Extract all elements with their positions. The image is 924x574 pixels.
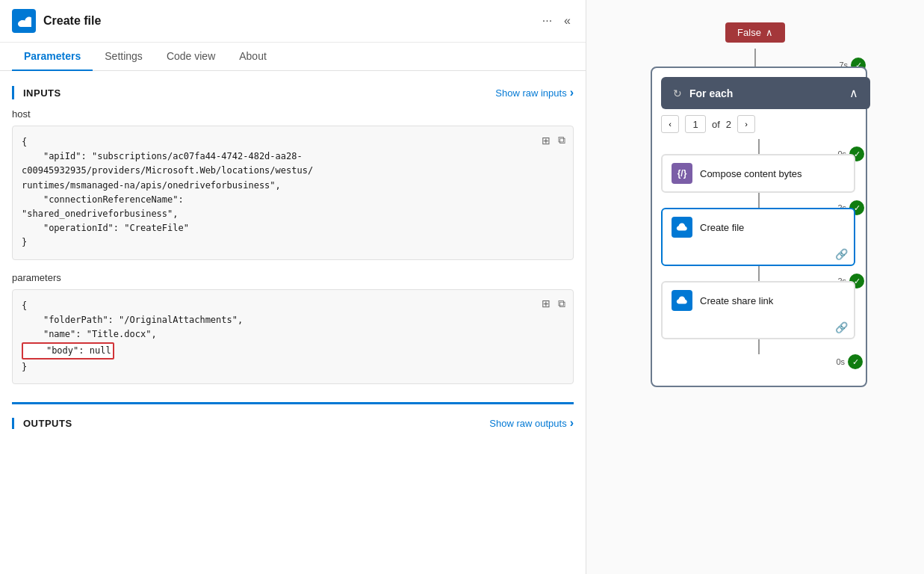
inner-connector-2 xyxy=(758,193,760,208)
parameters-code-block: ⊞ ⧉ { "folderPath": "/OriginalAttachment… xyxy=(12,289,574,385)
tab-settings[interactable]: Settings xyxy=(93,43,155,71)
create-file-node[interactable]: Create file 🔗 xyxy=(661,208,855,266)
show-raw-inputs-button[interactable]: Show raw inputs › xyxy=(495,86,574,99)
inputs-section-header: INPUTS Show raw inputs › xyxy=(12,86,574,99)
chevron-up-icon: ∧ xyxy=(766,27,773,38)
connector-1 xyxy=(754,49,756,67)
compose-wrapper: 0s ✓ {/} Compose content bytes xyxy=(661,154,857,193)
share-link-footer: 🔗 xyxy=(663,318,854,338)
panel-header: Create file ··· « xyxy=(0,0,586,43)
share-link-icon: 🔗 xyxy=(835,321,848,333)
foreach-pagination: ‹ 1 of 2 › xyxy=(661,115,857,133)
parameters-code-content: { "folderPath": "/OriginalAttachments", … xyxy=(22,299,564,375)
false-button-wrapper: False ∧ xyxy=(725,22,785,43)
bottom-check-icon: ✓ xyxy=(848,354,863,369)
expand-table-params-button[interactable]: ⊞ xyxy=(540,296,552,312)
prev-page-button[interactable]: ‹ xyxy=(661,115,679,133)
host-field-label: host xyxy=(12,108,574,120)
chevron-right-outputs-icon: › xyxy=(570,416,574,430)
outputs-section: OUTPUTS Show raw outputs › xyxy=(12,402,574,430)
onedrive-icon xyxy=(16,13,31,28)
create-file-node-header: Create file xyxy=(663,209,854,245)
false-button[interactable]: False ∧ xyxy=(725,22,785,43)
host-code-block: ⊞ ⧉ { "apiId": "subscriptions/ac07fa44-4… xyxy=(12,126,574,260)
tab-code-view[interactable]: Code view xyxy=(155,43,227,71)
inner-connector-1 xyxy=(758,139,760,154)
parameters-field-label: parameters xyxy=(12,272,574,283)
tab-bar: Parameters Settings Code view About xyxy=(0,43,586,71)
collapse-button[interactable]: « xyxy=(561,11,574,31)
foreach-title: For each xyxy=(689,87,733,99)
share-link-node-label: Create share link xyxy=(700,295,773,306)
total-pages: 2 xyxy=(726,119,731,130)
tab-about[interactable]: About xyxy=(227,43,279,71)
inputs-title: INPUTS xyxy=(23,87,61,99)
host-code-actions: ⊞ ⧉ xyxy=(540,132,567,148)
foreach-container: ↻ For each ∧ ‹ 1 of 2 › 0s xyxy=(651,67,867,387)
panel-title: Create file xyxy=(43,14,101,28)
cloud-icon xyxy=(675,220,689,234)
left-panel: Create file ··· « Parameters Settings Co… xyxy=(0,0,586,574)
refresh-icon: ↻ xyxy=(673,87,682,99)
compose-node-icon: {/} xyxy=(672,163,692,184)
tab-parameters[interactable]: Parameters xyxy=(12,43,93,71)
next-page-button[interactable]: › xyxy=(737,115,755,133)
foreach-wrapper: 7s ✓ ↻ For each ∧ ‹ 1 of xyxy=(651,67,860,387)
share-link-node[interactable]: Create share link 🔗 xyxy=(661,281,855,339)
outputs-title: OUTPUTS xyxy=(12,418,72,429)
bottom-time: 0s xyxy=(836,357,845,366)
inputs-section: INPUTS Show raw inputs › host ⊞ ⧉ { "api… xyxy=(12,86,574,384)
workflow-container: False ∧ 7s ✓ ↻ For each ∧ xyxy=(636,15,875,387)
highlighted-body-line: "body": null xyxy=(22,342,114,359)
compose-node-header: {/} Compose content bytes xyxy=(663,155,854,191)
expand-table-button[interactable]: ⊞ xyxy=(540,132,552,148)
svg-point-0 xyxy=(19,20,29,26)
header-actions: ··· « xyxy=(539,11,574,31)
panel-content: INPUTS Show raw inputs › host ⊞ ⧉ { "api… xyxy=(0,71,586,574)
share-link-wrapper: 2s ✓ Create share link xyxy=(661,281,857,339)
link-icon: 🔗 xyxy=(835,248,848,260)
inner-connector-4 xyxy=(758,339,760,354)
more-options-button[interactable]: ··· xyxy=(539,11,555,31)
app-icon xyxy=(12,9,36,33)
create-file-node-icon xyxy=(672,217,692,238)
foreach-node[interactable]: ↻ For each ∧ xyxy=(661,77,870,109)
share-link-node-header: Create share link xyxy=(663,283,854,318)
foreach-collapse-button[interactable]: ∧ xyxy=(849,86,858,100)
cloud-share-icon xyxy=(675,294,689,307)
bottom-badge: 0s ✓ xyxy=(836,354,863,369)
parameters-code-actions: ⊞ ⧉ xyxy=(540,296,567,312)
current-page: 1 xyxy=(685,115,706,133)
outputs-header: OUTPUTS Show raw outputs › xyxy=(12,416,574,430)
right-panel: False ∧ 7s ✓ ↻ For each ∧ xyxy=(586,0,924,574)
compose-node-label: Compose content bytes xyxy=(700,168,802,179)
compose-node[interactable]: {/} Compose content bytes xyxy=(661,154,855,193)
panel-title-area: Create file xyxy=(12,9,101,33)
copy-params-button[interactable]: ⧉ xyxy=(556,296,567,312)
create-file-footer: 🔗 xyxy=(663,245,854,265)
show-raw-outputs-button[interactable]: Show raw outputs › xyxy=(489,416,574,430)
bottom-node-wrapper: 0s ✓ xyxy=(661,354,857,377)
host-code-content: { "apiId": "subscriptions/ac07fa44-4742-… xyxy=(22,135,564,250)
of-label: of xyxy=(712,119,720,130)
create-file-node-label: Create file xyxy=(700,222,744,233)
inner-connector-3 xyxy=(758,266,760,281)
create-file-wrapper: 2s ✓ Create file xyxy=(661,208,857,266)
chevron-right-icon: › xyxy=(570,86,574,99)
copy-host-button[interactable]: ⧉ xyxy=(556,132,567,148)
foreach-left: ↻ For each xyxy=(673,87,733,99)
share-link-node-icon xyxy=(672,290,692,311)
